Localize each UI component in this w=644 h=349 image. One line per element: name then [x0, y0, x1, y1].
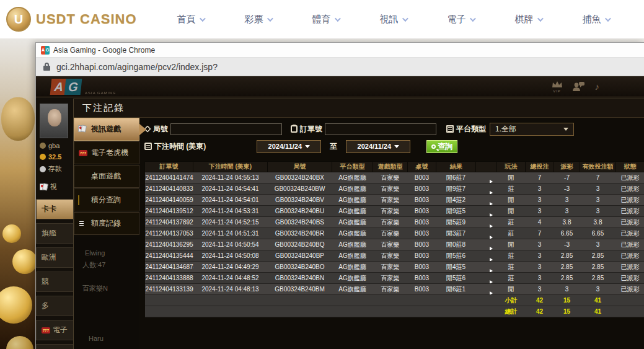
video-label[interactable]: 視 [50, 182, 57, 192]
sidebar-item-桌面遊戲[interactable]: 桌面遊戲 [74, 165, 139, 188]
table-cell: 2024-11-24 04:53:31 [193, 206, 268, 217]
table-cell: 閒 [497, 195, 526, 206]
table-cell: AG旗艦廳 [332, 228, 373, 239]
sidebar-item-積分查詢[interactable]: 積分查詢 [74, 188, 139, 211]
nav-item-視訊[interactable]: 視訊 [380, 14, 407, 25]
table-cell: 閒 [497, 172, 526, 183]
table-cell: 2024-11-24 04:54:41 [193, 183, 268, 195]
table-cell: AG旗艦廳 [332, 195, 373, 206]
gold-coin-icon [2, 224, 21, 243]
customer-service-icon[interactable] [573, 81, 585, 92]
date-to-picker[interactable]: 2024/11/24 [346, 140, 410, 153]
bet-record-dialog: 下注記錄 視訊遊戲777電子老虎機桌面遊戲積分查詢額度記錄Elwing人数:47… [73, 99, 644, 349]
empty-cell [436, 295, 476, 306]
user-avatar[interactable] [40, 104, 68, 138]
table-cell: B003 [408, 250, 436, 262]
chevron-down-icon [402, 15, 408, 22]
table-cell: 閒3莊7 [436, 228, 476, 239]
to-label: 至 [330, 141, 337, 152]
music-icon[interactable]: ♪ [595, 82, 600, 91]
table-cell: B003 [408, 172, 436, 183]
table-cell: 6.65 [580, 228, 616, 239]
table-cell: AG旗艦廳 [332, 217, 373, 228]
chevron-down-icon [200, 15, 206, 22]
empty-cell [373, 306, 408, 317]
lobby-menu-item[interactable]: 多 [36, 296, 74, 316]
table-cell: 3 [554, 284, 580, 295]
nav-item-捕魚[interactable]: 捕魚 [583, 14, 609, 25]
ag-logo-subtitle: ASIA GAMING [85, 91, 116, 95]
order-input[interactable] [325, 123, 436, 135]
platform-filter-label: 平台類型 [446, 124, 486, 135]
round-input[interactable] [170, 123, 282, 135]
chevron-down-icon [267, 15, 273, 22]
table-cell: 百家樂 [373, 284, 408, 295]
address-bar[interactable]: gci.2hhapi.com/agingame/pcv2/index.jsp? [36, 58, 644, 76]
lobby-menu-item[interactable]: 卡卡 [36, 199, 74, 219]
nav-item-彩票[interactable]: 彩票 [245, 14, 271, 25]
table-cell: 241124041378921 [145, 217, 193, 228]
lobby-menu-item[interactable]: 旗艦 [36, 223, 74, 244]
nav-item-體育[interactable]: 體育 [312, 14, 339, 25]
table-row: 2411240414147492024-11-24 04:55:13GB0032… [145, 172, 644, 183]
lobby-menu-item[interactable]: 777電子 [36, 320, 74, 340]
lobby-menu-item[interactable]: 歐洲 [36, 247, 74, 268]
table-cell: B003 [408, 217, 436, 228]
table-cell: GB00324B240BV [268, 195, 332, 206]
sidebar-item-視訊遊戲[interactable]: 視訊遊戲 [74, 118, 139, 141]
nav-item-棋牌[interactable]: 棋牌 [515, 14, 542, 25]
table-cell: 百家樂 [373, 183, 408, 195]
summary-value [616, 295, 644, 306]
empty-cell [436, 306, 476, 317]
deposit-label[interactable]: 存款 [48, 164, 62, 174]
table-cell: 241124041362958 [145, 239, 193, 250]
nav-item-電子[interactable]: 電子 [448, 14, 474, 25]
summary-value [616, 306, 644, 317]
table-cell: 241124041414749 [145, 172, 193, 183]
nav-item-首頁[interactable]: 首頁 [177, 14, 204, 25]
table-cell: 3 [554, 195, 580, 206]
column-header: 有效投注額 [580, 162, 616, 172]
lobby-menu-item[interactable]: 捕 [36, 344, 74, 349]
table-cell: GB00324B240BP [268, 250, 332, 262]
summary-row: 總計421541 [145, 306, 644, 317]
replay-cell [476, 250, 497, 262]
replay-cell [476, 273, 497, 284]
platform-select[interactable]: 1.全部 [490, 123, 574, 136]
empty-cell [476, 306, 497, 317]
cards-icon [40, 183, 48, 190]
window-titlebar[interactable]: AG Asia Gaming - Google Chrome [36, 43, 644, 58]
table-cell: B003 [408, 273, 436, 284]
table-row: 2411240413388892024-11-24 04:48:52GB0032… [145, 273, 644, 284]
empty-cell [373, 295, 408, 306]
vip-crown-icon[interactable]: VIP [552, 80, 563, 93]
column-header: 遊戲類型 [373, 162, 408, 172]
search-button[interactable]: 查詢 [426, 140, 457, 153]
sidebar-item-電子老虎機[interactable]: 777電子老虎機 [74, 141, 139, 164]
sidebar-item-額度記錄[interactable]: 額度記錄 [74, 212, 139, 235]
url-text[interactable]: gci.2hhapi.com/agingame/pcv2/index.jsp? [56, 62, 218, 72]
time-filter-label: 下注時間 (美東) [144, 141, 206, 152]
table-cell: -3 [554, 183, 580, 195]
balance: 32.5 [48, 153, 61, 161]
clipboard-icon [291, 125, 298, 133]
table-cell: 3 [580, 195, 616, 206]
deposit-icon [40, 166, 46, 172]
table-cell: GB00324B240BN [268, 273, 332, 284]
column-header: 總投注 [526, 162, 554, 172]
empty-cell [332, 306, 373, 317]
empty-cell [145, 306, 193, 317]
table-row: 2411240413313902024-11-24 04:48:13GB0032… [145, 284, 644, 295]
empty-cell [268, 295, 332, 306]
status-badge: 已派彩 [616, 217, 644, 228]
table-cell: 241124041400598 [145, 195, 193, 206]
brand[interactable]: U USDT CASINO [6, 7, 137, 32]
lobby-menu-item[interactable]: 競 [36, 272, 74, 292]
lobby-ghost-text: Elwing [85, 249, 105, 257]
table-cell: 3 [580, 284, 616, 295]
table-row: 2411240413468782024-11-24 04:49:29GB0032… [145, 262, 644, 273]
table-cell: 2024-11-24 04:48:13 [193, 284, 268, 295]
table-cell: 241124041354443 [145, 250, 193, 262]
slot-777-icon: 777 [42, 327, 50, 334]
date-from-picker[interactable]: 2024/11/24 [257, 140, 321, 153]
